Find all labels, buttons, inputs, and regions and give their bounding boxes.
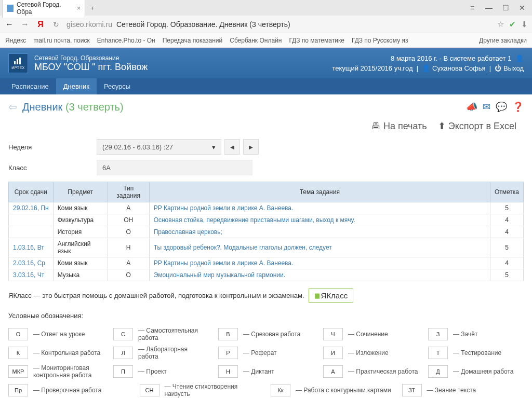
new-tab-button[interactable]: + <box>85 2 100 14</box>
th-topic[interactable]: Тема задания <box>149 182 490 202</box>
cell-topic[interactable]: Православная церковь; <box>149 226 490 238</box>
bookmarks-bar: Яндекс mail.ru почта, поиск Enhance.Pho.… <box>0 33 532 48</box>
more-bookmarks[interactable]: Другие закладки <box>479 37 527 44</box>
legend-desc: — Работа с контурными картами <box>296 387 391 394</box>
page-term: (3 четверть) <box>65 101 124 113</box>
cell-mark: 4 <box>490 257 523 269</box>
address-bar[interactable]: giseo.rkomi.ru Сетевой Город. Образовани… <box>66 20 492 29</box>
legend-item: П— Проект <box>113 364 209 379</box>
window-close-icon[interactable]: ✕ <box>514 2 530 14</box>
legend-item: Д— Домашняя работа <box>428 364 524 379</box>
mail-icon[interactable]: ✉ <box>483 101 490 113</box>
th-type[interactable]: Тип задания <box>108 182 149 202</box>
legend-code: А <box>323 365 343 378</box>
bookmark-item[interactable]: ГДЗ по Русскому яз <box>352 37 408 44</box>
next-week-button[interactable]: ► <box>243 139 259 155</box>
prev-week-button[interactable]: ◄ <box>224 139 240 155</box>
download-icon[interactable]: ⬇ <box>521 20 528 29</box>
legend-code: С <box>113 328 133 340</box>
cell-mark: 5 <box>490 238 523 257</box>
cell-subject: Физкультура <box>53 214 108 226</box>
legend-grid-2: Пр— Проверочная работаСН— Чтение стихотв… <box>8 383 524 398</box>
th-subject[interactable]: Предмет <box>53 182 108 202</box>
cell-type: ОН <box>108 214 149 226</box>
bookmark-item[interactable]: mail.ru почта, поиск <box>33 37 89 44</box>
nav-diary[interactable]: Дневник <box>56 78 97 94</box>
cell-topic[interactable]: Эмоциональный мир музыкальной гармонии. <box>149 269 490 281</box>
cell-date[interactable]: 2.03.16, Ср <box>9 257 54 269</box>
legend-code: Ч <box>323 328 343 340</box>
week-select[interactable]: (29.02.16 - 6.03.16) :27 <box>97 139 221 155</box>
help-icon[interactable]: ❓ <box>512 101 524 113</box>
tab-bar: Сетевой Город. Обра × + ≡ — ☐ ✕ <box>0 0 532 16</box>
th-date[interactable]: Срок сдачи <box>9 182 54 202</box>
menu-icon[interactable]: ≡ <box>464 2 480 14</box>
maximize-icon[interactable]: ☐ <box>498 2 513 14</box>
page-title-bar: ⇦ Дневник (3 четверть) 📣 ✉ 💬 ❓ <box>0 94 532 117</box>
cell-date[interactable]: 29.02.16, Пн <box>9 202 54 214</box>
legend-item: СН— Чтение стихотворения наизусть <box>140 383 262 397</box>
legend-code: ЗТ <box>402 384 422 396</box>
back-icon[interactable]: ← <box>4 20 15 29</box>
exit-link[interactable]: Выход <box>503 64 524 72</box>
cell-subject: История <box>53 226 108 238</box>
legend-desc: — Изложение <box>348 349 389 356</box>
chat-icon[interactable]: 💬 <box>496 101 507 113</box>
legend-code: Д <box>428 365 448 378</box>
legend-code: СН <box>140 384 159 396</box>
legend-desc: — Чтение стихотворения наизусть <box>165 383 262 397</box>
legend-desc: — Срезовая работа <box>243 331 301 338</box>
cell-topic[interactable]: РР Картины родной земли в лирике А. Ване… <box>149 257 490 269</box>
legend-item: Т— Тестирование <box>428 346 524 360</box>
print-button[interactable]: 🖶 На печать <box>371 121 427 131</box>
legend-desc: — Проверочная работа <box>33 387 101 394</box>
minimize-icon[interactable]: — <box>481 2 497 14</box>
cell-date[interactable] <box>9 214 54 226</box>
bookmark-item[interactable]: Передача показаний <box>163 37 223 44</box>
legend-item: Н— Диктант <box>218 364 314 379</box>
th-mark[interactable]: Отметка <box>490 182 523 202</box>
action-bar: 🖶 На печать ⬆ Экспорт в Excel <box>0 117 532 139</box>
nav-resources[interactable]: Ресурсы <box>97 78 138 94</box>
url-title: Сетевой Город. Образование. Дневник (3 ч… <box>116 20 290 29</box>
cell-mark: 4 <box>490 226 523 238</box>
cell-date[interactable] <box>9 226 54 238</box>
back-arrow-icon[interactable]: ⇦ <box>8 101 17 113</box>
legend-desc: — Знание текста <box>427 387 476 394</box>
close-icon[interactable]: × <box>77 5 81 12</box>
browser-tab[interactable]: Сетевой Город. Обра × <box>2 0 85 18</box>
school-name: МБОУ "СОШ " пгт. Войвож <box>34 62 332 73</box>
legend-item: О— Ответ на уроке <box>8 327 104 341</box>
user-name[interactable]: Суханова Софья <box>432 64 486 72</box>
app-nav: Расписание Дневник Ресурсы <box>0 78 532 94</box>
megaphone-icon[interactable]: 📣 <box>466 101 477 113</box>
cell-date[interactable]: 1.03.16, Вт <box>9 238 54 257</box>
legend-item: ЗТ— Знание текста <box>402 383 524 397</box>
cell-type: О <box>108 269 149 281</box>
bookmark-item[interactable]: Сбербанк Онлайн <box>230 37 282 44</box>
legend-code: Л <box>113 347 133 359</box>
bookmark-item[interactable]: Enhance.Pho.to - Он <box>97 37 155 44</box>
legend-item: А— Практическая работа <box>323 364 419 379</box>
bookmark-item[interactable]: ГДЗ по математике <box>289 37 344 44</box>
shield-icon[interactable]: ✔ <box>509 20 516 29</box>
table-row: 2.03.16, СрКоми языкАРР Картины родной з… <box>9 257 524 269</box>
yaklass-badge[interactable]: ЯКласс <box>309 289 354 303</box>
nav-schedule[interactable]: Расписание <box>4 78 56 94</box>
bookmark-item[interactable]: Яндекс <box>5 37 26 44</box>
cell-topic[interactable]: Основная стойка, передвижение приставным… <box>149 214 490 226</box>
legend-code: П <box>113 365 133 378</box>
legend-desc: — Тестирование <box>453 349 501 356</box>
table-row: ФизкультураОНОсновная стойка, передвижен… <box>9 214 524 226</box>
reload-icon[interactable]: ↻ <box>51 20 61 29</box>
year-link[interactable]: текущий 2015/2016 уч.год <box>332 64 413 72</box>
page-title: Дневник (3 четверть) <box>22 101 124 113</box>
cell-topic[interactable]: Ты здоровый ребенок?. Модальные глаголы … <box>149 238 490 257</box>
forward-icon[interactable]: → <box>20 20 30 29</box>
cell-date[interactable]: 3.03.16, Чт <box>9 269 54 281</box>
cell-topic[interactable]: РР Картины родной земли в лирике А. Ване… <box>149 202 490 214</box>
yandex-icon[interactable]: Я <box>35 20 46 29</box>
star-icon[interactable]: ☆ <box>497 20 504 29</box>
export-button[interactable]: ⬆ Экспорт в Excel <box>438 121 516 131</box>
legend-desc: — Диктант <box>243 368 274 375</box>
